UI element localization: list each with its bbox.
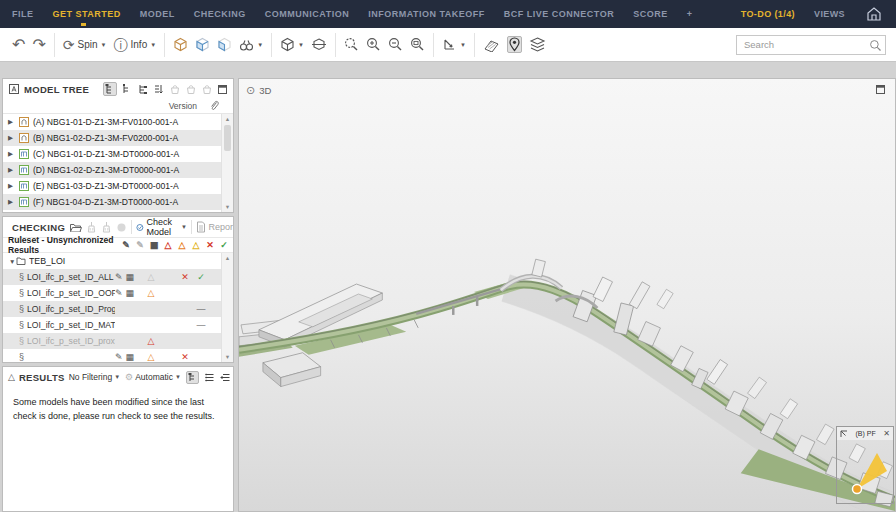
edit-column-icon[interactable]: ✎ <box>119 241 133 250</box>
basket-red-icon[interactable] <box>169 83 181 95</box>
expand-icon[interactable]: ▶ <box>8 134 15 142</box>
table-column-icon[interactable]: ▦ <box>147 241 161 250</box>
expand-icon[interactable]: ▶ <box>8 198 15 206</box>
zoom-fit-button[interactable] <box>344 37 359 52</box>
expand-icon[interactable]: ▶ <box>8 166 15 174</box>
projection-button[interactable] <box>311 37 327 52</box>
model-tree-row[interactable]: ▶ (E) NBG1-03-D-Z1-3M-DT0000-001-A <box>3 178 221 194</box>
rule-row-clipped[interactable]: § ✎▦ △ ✕ <box>3 349 221 362</box>
results-group-view-icon[interactable] <box>220 372 231 383</box>
rule-row[interactable]: § LOI_ifc_p_set_ID_ALL ✎▦ △ ✕ ✓ <box>3 269 221 285</box>
model-3d-rendering[interactable] <box>239 79 895 511</box>
severity-critical-icon[interactable]: △ <box>161 241 175 250</box>
todo-button[interactable]: TO-DO (1/4) <box>741 9 795 19</box>
selection-mode-button[interactable]: ▼ <box>239 38 263 52</box>
menu-score[interactable]: SCORE <box>633 9 668 19</box>
menu-file[interactable]: FILE <box>12 9 34 19</box>
model-tree-scrollbar[interactable]: ▲ ▼ <box>221 114 233 212</box>
spin-button[interactable]: ⟳ Spin ▼ <box>63 38 107 52</box>
scroll-up-icon[interactable]: ▲ <box>225 116 230 122</box>
version-column-label[interactable]: Version <box>169 101 197 111</box>
tree-filter-view-icon[interactable] <box>153 83 165 95</box>
undo-button[interactable]: ↶ <box>12 37 25 53</box>
collapse-icon[interactable]: ▼ <box>9 258 16 265</box>
menu-model[interactable]: MODEL <box>140 9 175 19</box>
minimap-close-icon[interactable]: ✕ <box>883 430 890 438</box>
model-tree-row[interactable]: ▶ (B) NBG1-02-D-Z1-3M-FV0200-001-A <box>3 130 221 146</box>
model-tree-row[interactable]: ▶ (C) NBG1-01-D-Z1-3M-DT0000-001-A <box>3 146 221 162</box>
scroll-down-icon[interactable]: ▼ <box>225 354 230 360</box>
zoom-in-button[interactable] <box>366 37 381 52</box>
tree-grouped-view-icon[interactable] <box>137 83 149 95</box>
results-tree-view-icon[interactable] <box>186 371 199 384</box>
ruleset-header-row[interactable]: Ruleset - Unsynchronized Results ✎ ✎ ▦ △… <box>3 237 233 253</box>
measure-button[interactable]: ▼ <box>442 38 466 52</box>
model-tree-row[interactable]: ▶ (A) NBG1-01-D-Z1-3M-FV0100-001-A <box>3 114 221 130</box>
automatic-dropdown[interactable]: ⚙ Automatic ▼ <box>125 372 181 382</box>
severity-moderate-icon[interactable]: △ <box>175 241 189 250</box>
ruleset-group-row[interactable]: ▼ TEB_LOI <box>3 253 221 269</box>
model-tree-row[interactable]: ▶ (F) NBG1-04-D-Z1-3M-DT0000-001-A <box>3 194 221 210</box>
show-selected-button[interactable] <box>217 37 232 52</box>
zoom-out-button[interactable] <box>388 37 403 52</box>
rule-edit-icon[interactable]: ✎ <box>115 272 123 282</box>
edit2-column-icon[interactable]: ✎ <box>133 241 147 250</box>
check-model-button[interactable]: Check Model ▼ <box>136 217 187 237</box>
rejected-column-icon[interactable]: ✕ <box>203 241 217 250</box>
expand-icon[interactable]: ▶ <box>8 118 15 126</box>
hide-selected-button[interactable] <box>195 37 210 52</box>
footprint-button[interactable] <box>507 36 522 53</box>
rule-table-icon[interactable]: ▦ <box>126 352 135 362</box>
3d-viewport[interactable]: ⊙ 3D <box>238 78 896 512</box>
clean-all-results-icon[interactable] <box>101 221 112 233</box>
expand-icon[interactable]: ▶ <box>8 182 15 190</box>
model-tree-maximize-icon[interactable] <box>217 84 228 95</box>
menu-communication[interactable]: COMMUNICATION <box>265 9 349 19</box>
basket-green-icon[interactable] <box>185 83 197 95</box>
paperclip-icon[interactable] <box>209 100 219 112</box>
rule-row[interactable]: § LOI_ifc_p_set_ID_OOPP_puntuali ✎▦ △ <box>3 285 221 301</box>
tree-flat-view-icon[interactable] <box>121 83 133 95</box>
menu-add-tab-button[interactable]: + <box>687 9 693 19</box>
menu-bcf-live-connector[interactable]: BCF LIVE CONNECTOR <box>504 9 614 19</box>
rule-table-icon[interactable]: ▦ <box>126 288 135 298</box>
search-input[interactable] <box>736 35 886 55</box>
open-ruleset-icon[interactable] <box>69 222 82 233</box>
view-preset-button[interactable]: ▼ <box>280 37 304 52</box>
model-tree-row[interactable]: ▶ (D) NBG1-02-D-Z1-3M-DT0000-001-A <box>3 162 221 178</box>
scroll-down-icon[interactable]: ▼ <box>225 204 230 210</box>
results-list-view-icon[interactable] <box>204 372 215 383</box>
checking-scrollbar[interactable]: ▲ ▼ <box>221 253 233 362</box>
camera-position-icon[interactable] <box>843 445 889 501</box>
minimap-overlay[interactable]: (B) PF ✕ <box>836 426 894 504</box>
info-button[interactable]: ⓘ Info ▼ <box>114 38 157 52</box>
views-button[interactable]: VIEWS <box>814 9 845 19</box>
rule-edit-icon[interactable]: ✎ <box>115 288 123 298</box>
rule-row[interactable]: § LOI_ifc_p_set_ID_MATERIALE — <box>3 317 221 333</box>
menu-checking[interactable]: CHECKING <box>194 9 246 19</box>
menu-information-takeoff[interactable]: INFORMATION TAKEOFF <box>368 9 485 19</box>
expand-icon[interactable]: ▶ <box>8 150 15 158</box>
section-plane-button[interactable] <box>483 38 500 52</box>
accepted-column-icon[interactable]: ✓ <box>217 241 231 250</box>
layers-button[interactable] <box>529 37 546 52</box>
basket-blue-icon[interactable] <box>201 83 213 95</box>
stop-check-icon[interactable] <box>116 222 127 233</box>
rule-table-icon[interactable]: ▦ <box>126 272 135 282</box>
rule-row[interactable]: § LOI_ifc_p_set_ID_Progressiva_inizio_fi… <box>3 301 221 317</box>
scrollbar-thumb[interactable] <box>224 125 231 151</box>
tree-hierarchy-view-icon[interactable] <box>103 82 117 96</box>
severity-low-icon[interactable]: △ <box>189 241 203 250</box>
menu-get-started[interactable]: GET STARTED <box>53 9 121 19</box>
minimap-expand-icon[interactable] <box>840 430 848 438</box>
clean-results-icon[interactable] <box>86 221 97 233</box>
rule-row[interactable]: § LOI_ifc_p_set_ID_proxy △ <box>3 333 221 349</box>
redo-button[interactable]: ↷ <box>32 37 45 53</box>
report-button[interactable]: Report <box>196 221 234 233</box>
rule-edit-icon[interactable]: ✎ <box>115 352 123 362</box>
filtering-dropdown[interactable]: No Filtering ▼ <box>69 372 120 382</box>
zoom-window-button[interactable] <box>410 37 425 52</box>
show-all-button[interactable] <box>173 37 188 52</box>
3d-maximize-icon[interactable] <box>875 84 886 95</box>
scroll-up-icon[interactable]: ▲ <box>225 255 230 261</box>
